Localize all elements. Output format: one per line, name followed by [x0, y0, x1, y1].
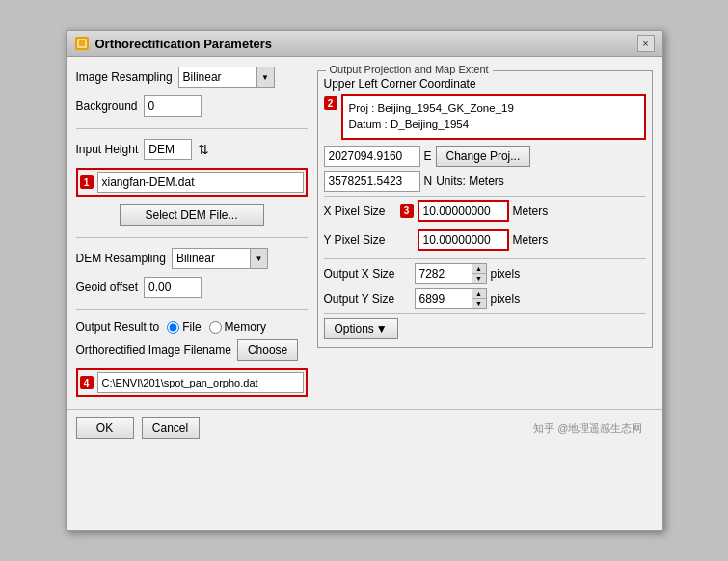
- x-pixel-label: X Pixel Size: [324, 204, 396, 218]
- background-row: Background: [76, 95, 308, 117]
- swap-icon[interactable]: ⇅: [198, 142, 209, 157]
- y-pixel-row: Y Pixel Size Meters: [324, 229, 646, 251]
- choose-button[interactable]: Choose: [237, 339, 298, 361]
- filename-label: Orthorectified Image Filename: [76, 343, 231, 357]
- output-x-row: Output X Size ▲ ▼ pixels: [324, 263, 646, 284]
- geoid-offset-label: Geoid offset: [76, 280, 139, 294]
- badge-2: 2: [324, 96, 337, 110]
- input-height-input[interactable]: [144, 139, 192, 160]
- output-result-label: Output Result to: [76, 320, 160, 334]
- filename-label-row: Orthorectified Image Filename Choose: [76, 339, 308, 361]
- output-x-spinner[interactable]: ▲ ▼: [415, 263, 487, 284]
- output-y-spinner[interactable]: ▲ ▼: [415, 288, 487, 309]
- group-title: Output Projection and Map Extent: [326, 64, 493, 75]
- northing-row: N Units: Meters: [324, 171, 646, 192]
- options-arrow: ▼: [376, 322, 388, 335]
- geoid-offset-input[interactable]: [144, 277, 202, 298]
- badge-1: 1: [80, 175, 94, 189]
- input-height-row: Input Height ⇅: [76, 139, 308, 160]
- upper-left-label: Upper Left Corner Coordinate: [324, 77, 476, 91]
- output-x-up[interactable]: ▲: [472, 264, 486, 274]
- proj-row: 2 Proj : Beijing_1954_GK_Zone_19 Datum :…: [324, 94, 646, 140]
- easting-row: E Change Proj...: [324, 146, 646, 167]
- output-y-label: Output Y Size: [324, 292, 411, 306]
- dem-file-row: 1: [76, 168, 308, 197]
- upper-left-label-row: Upper Left Corner Coordinate: [324, 77, 646, 91]
- cancel-button[interactable]: Cancel: [142, 417, 200, 439]
- output-x-label: Output X Size: [324, 267, 411, 280]
- x-pixel-row: X Pixel Size 3 Meters: [324, 200, 646, 222]
- output-y-spinner-btns: ▲ ▼: [472, 288, 487, 309]
- dem-resampling-row: DEM Resampling Bilinear ▼: [76, 248, 308, 269]
- image-resampling-arrow[interactable]: ▼: [256, 67, 274, 87]
- proj-box: Proj : Beijing_1954_GK_Zone_19 Datum : D…: [341, 94, 646, 140]
- output-x-units: pixels: [491, 267, 521, 280]
- output-x-spinner-btns: ▲ ▼: [472, 263, 487, 284]
- projection-group: Output Projection and Map Extent Upper L…: [317, 70, 653, 348]
- y-pixel-units: Meters: [513, 233, 549, 247]
- options-row: Options ▼: [324, 318, 646, 339]
- output-y-up[interactable]: ▲: [472, 289, 486, 299]
- image-resampling-select[interactable]: Bilinear ▼: [178, 67, 275, 88]
- radio-memory-text: Memory: [225, 320, 266, 334]
- y-pixel-label: Y Pixel Size: [324, 233, 396, 247]
- northing-label: N: [424, 174, 433, 188]
- output-filename-row: 4: [76, 368, 308, 397]
- output-filename-input[interactable]: [97, 372, 304, 393]
- watermark: 知乎 @地理遥感生态网: [524, 417, 652, 443]
- output-result-row: Output Result to File Memory: [76, 320, 308, 334]
- easting-label: E: [424, 149, 432, 163]
- image-resampling-row: Image Resampling Bilinear ▼: [76, 67, 308, 88]
- y-pixel-input[interactable]: [418, 229, 509, 251]
- badge-4: 4: [80, 376, 94, 389]
- close-button[interactable]: ×: [637, 35, 655, 52]
- background-label: Background: [76, 99, 138, 113]
- pixel-size-section: X Pixel Size 3 Meters Y Pixel Size Meter…: [324, 200, 646, 254]
- left-panel: Image Resampling Bilinear ▼ Background I…: [76, 67, 308, 399]
- content-area: Image Resampling Bilinear ▼ Background I…: [67, 57, 662, 409]
- svg-rect-2: [79, 40, 85, 46]
- output-x-input[interactable]: [415, 263, 472, 284]
- radio-file-label[interactable]: File: [167, 320, 201, 334]
- change-proj-button[interactable]: Change Proj...: [436, 146, 531, 167]
- bottom-buttons: OK Cancel 知乎 @地理遥感生态网: [67, 409, 662, 451]
- select-dem-row: Select DEM File...: [76, 204, 308, 226]
- output-x-down[interactable]: ▼: [472, 274, 486, 283]
- image-resampling-label: Image Resampling: [76, 70, 173, 84]
- output-y-down[interactable]: ▼: [472, 299, 486, 308]
- ok-button[interactable]: OK: [76, 417, 134, 439]
- output-y-input[interactable]: [415, 288, 472, 309]
- units-label: Units: Meters: [436, 174, 504, 188]
- radio-memory[interactable]: [209, 321, 222, 334]
- title-bar: Orthorectification Parameters ×: [67, 31, 662, 57]
- options-label: Options: [335, 322, 374, 335]
- proj-line1: Proj : Beijing_1954_GK_Zone_19: [349, 100, 638, 117]
- app-icon: [74, 36, 90, 51]
- radio-file[interactable]: [167, 321, 179, 334]
- northing-input[interactable]: [324, 171, 420, 192]
- x-pixel-units: Meters: [513, 204, 549, 218]
- dem-resampling-label: DEM Resampling: [76, 252, 166, 265]
- background-input[interactable]: [144, 95, 202, 117]
- output-y-row: Output Y Size ▲ ▼ pixels: [324, 288, 646, 309]
- x-pixel-input[interactable]: [418, 200, 509, 222]
- title-bar-left: Orthorectification Parameters: [74, 36, 273, 51]
- main-window: Orthorectification Parameters × Image Re…: [66, 30, 663, 531]
- output-y-units: pixels: [491, 292, 521, 306]
- proj-line2: Datum : D_Beijing_1954: [349, 117, 638, 133]
- badge-3: 3: [400, 204, 414, 218]
- dem-resampling-select[interactable]: Bilinear ▼: [172, 248, 268, 269]
- options-button[interactable]: Options ▼: [324, 318, 398, 339]
- dem-file-input[interactable]: [97, 172, 304, 193]
- dem-resampling-arrow[interactable]: ▼: [250, 249, 267, 268]
- image-resampling-value: Bilinear: [179, 68, 256, 86]
- radio-file-text: File: [182, 320, 201, 334]
- select-dem-button[interactable]: Select DEM File...: [120, 204, 264, 226]
- window-title: Orthorectification Parameters: [95, 37, 273, 51]
- dem-resampling-value: Bilinear: [173, 250, 250, 267]
- radio-memory-label[interactable]: Memory: [209, 320, 266, 334]
- right-panel: Output Projection and Map Extent Upper L…: [317, 67, 653, 399]
- easting-input[interactable]: [324, 146, 420, 167]
- geoid-offset-row: Geoid offset: [76, 277, 308, 298]
- input-height-label: Input Height: [76, 143, 139, 156]
